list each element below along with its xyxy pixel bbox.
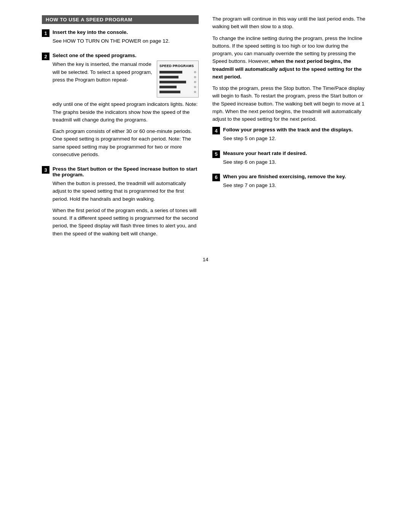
step-3-para2: When the first period of the program end… bbox=[53, 207, 199, 238]
bar-row-5 bbox=[159, 91, 196, 93]
step-3-block: 3 Press the Start button or the Speed in… bbox=[42, 166, 199, 241]
step-5-para1: See step 6 on page 13. bbox=[223, 158, 369, 166]
dot-5 bbox=[194, 91, 196, 93]
bar-row-3 bbox=[159, 81, 196, 83]
speed-programs-label: SPEED PROGRAMS bbox=[159, 64, 196, 68]
step-1-number: 1 bbox=[42, 29, 49, 37]
dot-3 bbox=[194, 81, 196, 83]
step-5-block: 5 Measure your heart rate if desired. Se… bbox=[212, 150, 369, 170]
bar-row-1 bbox=[159, 71, 196, 73]
step-3-number: 3 bbox=[42, 166, 49, 174]
step-2-block: 2 Select one of the speed programs. When… bbox=[42, 53, 199, 162]
step-6-title: When you are finished exercising, remove… bbox=[223, 174, 369, 179]
dot-2 bbox=[194, 76, 196, 78]
step-4-content: Follow your progress with the track and … bbox=[223, 127, 369, 146]
bar-row-4 bbox=[159, 86, 196, 88]
dot-4 bbox=[194, 86, 196, 88]
step-4-para1: See step 5 on page 12. bbox=[223, 135, 369, 142]
right-para2: To change the incline setting during the… bbox=[212, 35, 369, 81]
right-para3: To stop the program, press the Stop butt… bbox=[212, 85, 369, 123]
page: HOW TO USE A SPEED PROGRAM 1 Insert the … bbox=[34, 0, 377, 532]
step-6-block: 6 When you are finished exercising, remo… bbox=[212, 174, 369, 193]
bar-3 bbox=[159, 81, 186, 83]
step-1-content: Insert the key into the console. See HOW… bbox=[53, 29, 199, 49]
right-column: The program will continue in this way un… bbox=[212, 15, 369, 245]
step-2-inline: When the key is inserted, the manual mod… bbox=[53, 61, 199, 97]
step-4-block: 4 Follow your progress with the track an… bbox=[212, 127, 369, 146]
step-3-content: Press the Start button or the Speed incr… bbox=[53, 166, 199, 241]
bar-2 bbox=[159, 76, 178, 78]
left-column: HOW TO USE A SPEED PROGRAM 1 Insert the … bbox=[42, 15, 199, 245]
page-number: 14 bbox=[42, 257, 369, 262]
step-4-number: 4 bbox=[212, 127, 220, 134]
bar-1 bbox=[159, 71, 182, 73]
right-para1: The program will continue in this way un… bbox=[212, 15, 369, 31]
step-2-inline-text: When the key is inserted, the manual mod… bbox=[53, 61, 152, 84]
bar-row-2 bbox=[159, 76, 196, 78]
step-6-para1: See step 7 on page 13. bbox=[223, 182, 369, 189]
step-1-block: 1 Insert the key into the console. See H… bbox=[42, 29, 199, 49]
step-2-content: Select one of the speed programs. When t… bbox=[53, 53, 199, 162]
section-header: HOW TO USE A SPEED PROGRAM bbox=[42, 15, 199, 24]
step-6-number: 6 bbox=[212, 174, 220, 181]
step-5-title: Measure your heart rate if desired. bbox=[223, 150, 369, 156]
bar-5 bbox=[159, 91, 180, 93]
two-column-layout: HOW TO USE A SPEED PROGRAM 1 Insert the … bbox=[42, 15, 369, 245]
step-1-title: Insert the key into the console. bbox=[53, 29, 199, 35]
bar-4 bbox=[159, 86, 177, 88]
step-4-title: Follow your progress with the track and … bbox=[223, 127, 369, 133]
step-5-content: Measure your heart rate if desired. See … bbox=[223, 150, 369, 170]
step-3-title: Press the Start button or the Speed incr… bbox=[53, 166, 199, 177]
dot-1 bbox=[194, 71, 196, 73]
step-1-para1: See HOW TO TURN ON THE POWER on page 12. bbox=[53, 37, 199, 45]
step-2-title: Select one of the speed programs. bbox=[53, 53, 199, 58]
step-5-number: 5 bbox=[212, 150, 220, 158]
speed-programs-image: SPEED PROGRAMS bbox=[157, 61, 199, 97]
step-6-content: When you are finished exercising, remove… bbox=[223, 174, 369, 193]
step-2-para-cont: edly until one of the eight speed progra… bbox=[53, 101, 199, 124]
step-3-para1: When the button is pressed, the treadmil… bbox=[53, 180, 199, 203]
step-2-number: 2 bbox=[42, 53, 49, 60]
step-2-para2: Each program consists of either 30 or 60… bbox=[53, 128, 199, 158]
section-title: HOW TO USE A SPEED PROGRAM bbox=[46, 17, 132, 22]
